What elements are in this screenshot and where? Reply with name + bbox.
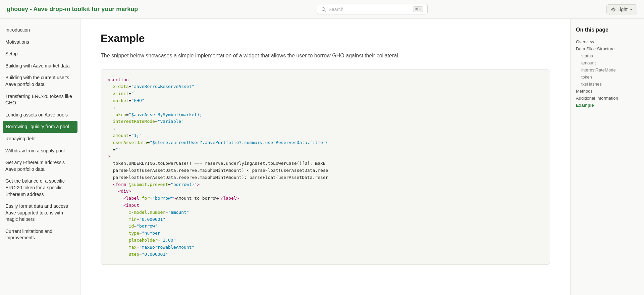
svg-point-2: [612, 8, 614, 10]
sidebar-item-motivations[interactable]: Motivations: [0, 36, 80, 48]
toc-subitem-txs-hashes[interactable]: txsHashes: [576, 81, 639, 88]
top-bar: ghooey - Aave drop-in toolkit for your m…: [0, 0, 644, 19]
theme-toggle[interactable]: Light: [606, 4, 637, 14]
search-icon: [321, 7, 326, 12]
toc-subitem-status[interactable]: status: [576, 52, 639, 59]
toc-item-overview[interactable]: Overview: [576, 38, 639, 45]
sidebar-item-transferring-erc20[interactable]: Transferring ERC-20 tokens like GHO: [0, 91, 80, 109]
toc-subitem-token[interactable]: token: [576, 73, 639, 81]
sidebar: Introduction Motivations Setup Building …: [0, 19, 80, 295]
logo: ghooey - Aave drop-in toolkit for your m…: [7, 6, 138, 13]
toc-subitem-amount[interactable]: amount: [576, 59, 639, 66]
sidebar-item-get-ethereum-address[interactable]: Get any Ethereum address's Aave portfoli…: [0, 157, 80, 175]
sidebar-item-lending-assets[interactable]: Lending assets on Aave pools: [0, 109, 80, 121]
svg-line-8: [614, 10, 614, 11]
sidebar-item-building-aave-market[interactable]: Building with Aave market data: [0, 60, 80, 72]
svg-line-9: [611, 10, 612, 11]
page-title: Example: [101, 32, 550, 45]
sidebar-item-building-current-user[interactable]: Building with the current user's Aave po…: [0, 72, 80, 90]
main-layout: Introduction Motivations Setup Building …: [0, 19, 644, 295]
sun-icon: [611, 7, 615, 12]
svg-line-7: [611, 8, 612, 8]
sidebar-item-borrowing-liquidity[interactable]: Borrowing liquidity from a pool: [3, 121, 77, 133]
svg-line-1: [324, 10, 326, 11]
toc-title: On this page: [576, 27, 639, 33]
sidebar-item-get-erc20-balance[interactable]: Get the balance of a specific ERC-20 tok…: [0, 175, 80, 200]
sidebar-item-current-limitations[interactable]: Current limitations and improvements: [0, 226, 80, 244]
main-content: Example The snippet below showcases a si…: [80, 19, 570, 295]
search-shortcut: ⌘K: [413, 6, 423, 12]
search-bar[interactable]: Search ⌘K: [317, 4, 428, 14]
toc-item-additional-information[interactable]: Additional Information: [576, 95, 639, 102]
toc-item-example[interactable]: Example: [576, 102, 639, 109]
chevron-down-icon: [630, 8, 633, 11]
page-description: The snippet below showcases a simple imp…: [101, 51, 550, 60]
svg-line-10: [614, 8, 614, 8]
code-block: <section x-data="aaveBorrowReserveAsset"…: [101, 69, 550, 265]
sidebar-item-withdraw-supply[interactable]: Withdraw from a supply pool: [0, 145, 80, 157]
sidebar-item-setup[interactable]: Setup: [0, 48, 80, 60]
search-placeholder: Search: [329, 7, 343, 12]
code-content: <section x-data="aaveBorrowReserveAsset"…: [108, 77, 543, 258]
theme-label: Light: [618, 7, 628, 12]
sidebar-item-introduction[interactable]: Introduction: [0, 24, 80, 36]
toc-item-data-slice-structure[interactable]: Data Slice Structure: [576, 45, 639, 52]
sidebar-item-format-data[interactable]: Easily format data and access Aave suppo…: [0, 200, 80, 226]
right-sidebar: On this page Overview Data Slice Structu…: [570, 19, 644, 295]
toc-item-methods[interactable]: Methods: [576, 88, 639, 95]
toc-subitem-interest-rate-mode[interactable]: interestRateMode: [576, 66, 639, 73]
sidebar-item-repaying-debt[interactable]: Repaying debt: [0, 133, 80, 145]
